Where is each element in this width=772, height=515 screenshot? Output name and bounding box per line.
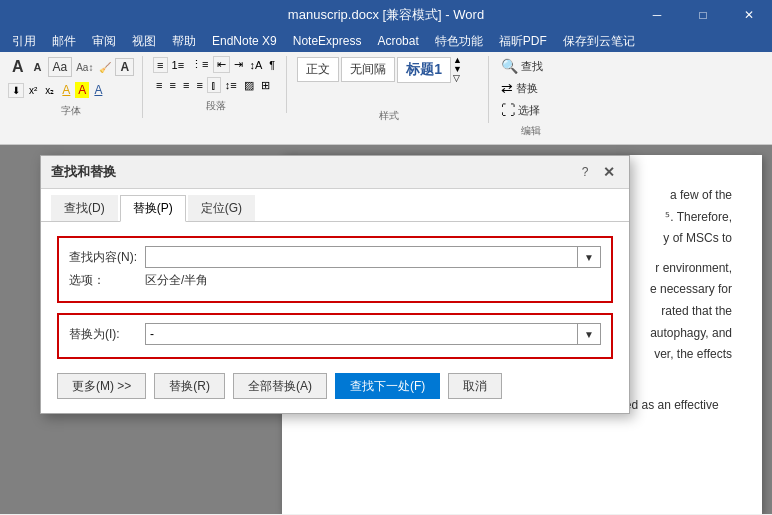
subscript-icon[interactable]: x₂ — [42, 84, 57, 97]
select-btn[interactable]: ⛶ 选择 — [499, 100, 563, 120]
font-group-label: 字体 — [8, 104, 134, 118]
clear-format-icon[interactable]: 🧹 — [97, 60, 113, 75]
title-bar: manuscrip.docx [兼容模式] - Word ─ □ ✕ — [0, 0, 772, 30]
menu-special[interactable]: 特色功能 — [427, 31, 491, 52]
menu-acrobat[interactable]: Acrobat — [369, 32, 426, 50]
styles-group-label: 样式 — [297, 109, 480, 123]
superscript-icon[interactable]: x² — [26, 84, 40, 97]
dialog-titlebar: 查找和替换 ? ✕ — [41, 156, 629, 189]
replace-label: 替换 — [516, 81, 538, 96]
bold-A-btn[interactable]: A — [115, 58, 134, 76]
find-replace-dialog: 查找和替换 ? ✕ 查找(D) 替换(P) 定位(G) 查找内容(N): — [40, 155, 630, 414]
replace-chevron-icon: ▼ — [584, 329, 594, 340]
replace-icon: ⇄ — [501, 80, 513, 96]
menu-review[interactable]: 审阅 — [84, 31, 124, 52]
change-case-icon[interactable]: Aa↕ — [74, 60, 95, 75]
window-controls: ─ □ ✕ — [634, 0, 772, 30]
list-numbers-icon[interactable]: 1≡ — [169, 58, 188, 72]
menu-bar: 引用 邮件 审阅 视图 帮助 EndNote X9 NoteExpress Ac… — [0, 30, 772, 52]
replace-all-button[interactable]: 全部替换(A) — [233, 373, 327, 399]
replace-dropdown-btn[interactable]: ▼ — [577, 323, 601, 345]
font-color-icon[interactable]: A — [91, 82, 105, 98]
para-group-label: 段落 — [153, 99, 278, 113]
more-button[interactable]: 更多(M) >> — [57, 373, 146, 399]
align-right-icon[interactable]: ≡ — [180, 78, 192, 92]
replace-row: 替换为(I): ▼ — [69, 323, 601, 345]
borders-icon[interactable]: ⊞ — [258, 78, 273, 93]
options-value: 区分全/半角 — [145, 272, 208, 289]
replace-label: 替换为(I): — [69, 326, 139, 343]
search-icon: 🔍 — [501, 58, 518, 74]
dialog-close-button[interactable]: ✕ — [599, 162, 619, 182]
chevron-down-icon: ▼ — [584, 252, 594, 263]
decrease-indent-icon[interactable]: ⬇ — [8, 83, 24, 98]
font-name-btn[interactable]: Aa — [48, 57, 73, 77]
dialog-buttons: 更多(M) >> 替换(R) 全部替换(A) 查找下一处(F) 取消 — [57, 369, 613, 399]
search-label: 查找内容(N): — [69, 249, 139, 266]
list-bullets-icon[interactable]: ≡ — [153, 57, 167, 73]
find-label: 查找 — [521, 59, 543, 74]
tab-find[interactable]: 查找(D) — [51, 195, 118, 221]
replace-input-container: ▼ — [145, 323, 601, 345]
replace-input[interactable] — [145, 323, 577, 345]
style-scroll-btn[interactable]: ▲ ▼ ▽ — [453, 56, 462, 83]
select-label: 选择 — [518, 103, 540, 118]
options-label: 选项： — [69, 272, 139, 289]
underline-icon[interactable]: A — [59, 82, 73, 98]
line-spacing-icon[interactable]: ↕≡ — [222, 78, 240, 92]
dialog-tabs: 查找(D) 替换(P) 定位(G) — [41, 189, 629, 222]
show-marks-icon[interactable]: ¶ — [266, 58, 278, 72]
ribbon: A A Aa Aa↕ 🧹 A ⬇ x² x₂ A A A 字体 ≡ 1≡ — [0, 52, 772, 145]
select-icon: ⛶ — [501, 102, 515, 118]
dialog-title-controls: ? ✕ — [575, 162, 619, 182]
indent-increase-btn[interactable]: ⇥ — [231, 57, 246, 72]
maximize-button[interactable]: □ — [680, 0, 726, 30]
font-size-large-icon[interactable]: A — [8, 56, 28, 78]
highlight-icon[interactable]: A — [75, 82, 89, 98]
menu-help[interactable]: 帮助 — [164, 31, 204, 52]
align-center-icon[interactable]: ≡ — [167, 78, 179, 92]
shading-icon[interactable]: ▨ — [241, 78, 257, 93]
tab-replace[interactable]: 替换(P) — [120, 195, 186, 222]
tab-goto[interactable]: 定位(G) — [188, 195, 255, 221]
menu-cloud[interactable]: 保存到云笔记 — [555, 31, 643, 52]
multilevel-list-icon[interactable]: ⋮≡ — [188, 57, 211, 72]
search-row: 查找内容(N): ▼ — [69, 246, 601, 268]
search-section: 查找内容(N): ▼ 选项： 区分全/半角 — [57, 236, 613, 303]
search-input[interactable] — [145, 246, 577, 268]
indent-decrease-btn[interactable]: ⇤ — [213, 56, 230, 73]
options-row: 选项： 区分全/半角 — [69, 272, 601, 289]
align-left-icon[interactable]: ≡ — [153, 78, 165, 92]
dialog-overlay: 查找和替换 ? ✕ 查找(D) 替换(P) 定位(G) 查找内容(N): — [0, 145, 772, 514]
dialog-help-button[interactable]: ? — [575, 162, 595, 182]
search-dropdown-btn[interactable]: ▼ — [577, 246, 601, 268]
minimize-button[interactable]: ─ — [634, 0, 680, 30]
style-nospace-btn[interactable]: 无间隔 — [341, 57, 395, 82]
main-layout: ✕ ❮ ❮ a few of the ⁵. Therefore, y of MS… — [0, 145, 772, 514]
menu-endnote[interactable]: EndNote X9 — [204, 32, 285, 50]
style-h1-btn[interactable]: 标题1 — [397, 57, 451, 83]
cancel-button[interactable]: 取消 — [448, 373, 502, 399]
column-icon[interactable]: ⫿ — [207, 77, 221, 93]
replace-btn[interactable]: ⇄ 替换 — [499, 78, 563, 98]
menu-noteexpress[interactable]: NoteExpress — [285, 32, 370, 50]
replace-section: 替换为(I): ▼ — [57, 313, 613, 359]
style-normal-btn[interactable]: 正文 — [297, 57, 339, 82]
menu-mail[interactable]: 邮件 — [44, 31, 84, 52]
find-btn[interactable]: 🔍 查找 — [499, 56, 563, 76]
dialog-body: 查找内容(N): ▼ 选项： 区分全/半角 — [41, 222, 629, 413]
edit-group-label: 编辑 — [499, 124, 563, 138]
search-input-container: ▼ — [145, 246, 601, 268]
menu-view[interactable]: 视图 — [124, 31, 164, 52]
window-title: manuscrip.docx [兼容模式] - Word — [288, 6, 484, 24]
find-next-button[interactable]: 查找下一处(F) — [335, 373, 440, 399]
menu-foxitpdf[interactable]: 福昕PDF — [491, 31, 555, 52]
sort-icon[interactable]: ↕A — [247, 58, 266, 72]
dialog-title-text: 查找和替换 — [51, 163, 116, 181]
replace-button[interactable]: 替换(R) — [154, 373, 225, 399]
justify-icon[interactable]: ≡ — [193, 78, 205, 92]
font-size-small-icon[interactable]: A — [30, 59, 46, 75]
close-button[interactable]: ✕ — [726, 0, 772, 30]
menu-cite[interactable]: 引用 — [4, 31, 44, 52]
